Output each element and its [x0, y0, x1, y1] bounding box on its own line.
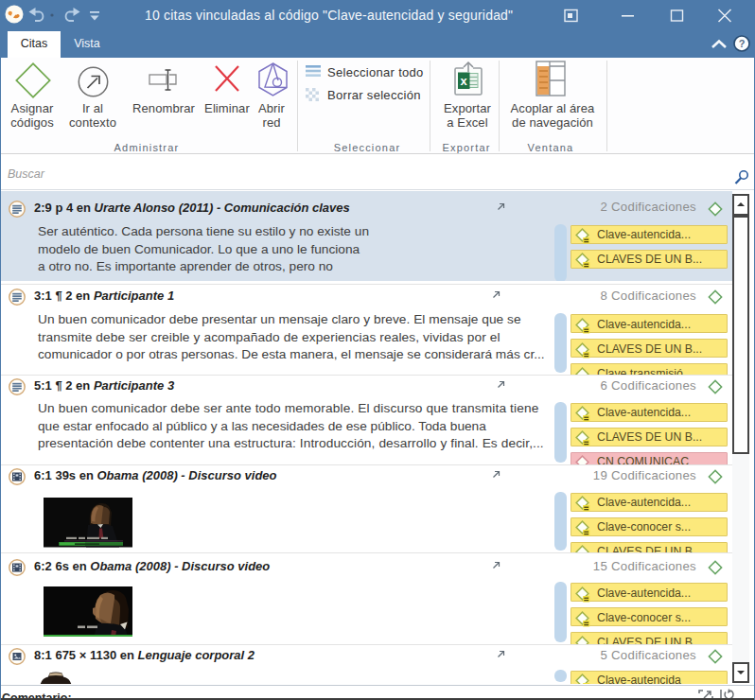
svg-text:x: x	[461, 74, 468, 88]
svg-text:?: ?	[739, 38, 746, 49]
